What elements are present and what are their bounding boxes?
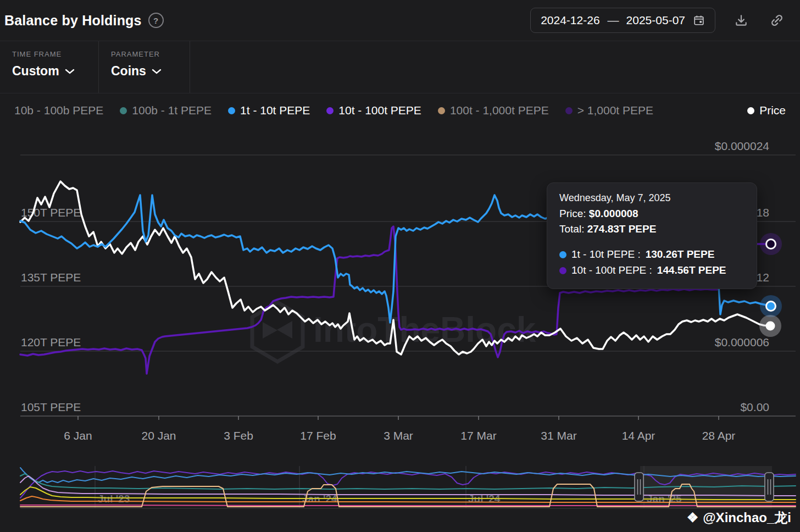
chevron-down-icon <box>65 68 75 75</box>
intotheblock-logo-inner <box>263 321 292 339</box>
help-icon[interactable]: ? <box>148 13 164 28</box>
diamond-logo-icon: ❖ <box>687 511 699 524</box>
legend-label: 100b - 1t PEPE <box>132 104 212 117</box>
y-axis-left-label: 135T PEPE <box>21 271 81 284</box>
parameter-dropdown[interactable]: Coins <box>111 64 190 79</box>
legend-item-100t-1-000t-pepe[interactable]: 100t - 1,000t PEPE <box>438 104 549 117</box>
y-axis-right-label: $0.000024 <box>715 140 770 152</box>
controls-row: TIME FRAME Custom PARAMETER Coins <box>0 41 800 93</box>
timeframe-label: TIME FRAME <box>12 50 98 58</box>
legend-label: 10t - 100t PEPE <box>338 104 421 117</box>
purple-series-dot-icon <box>559 267 566 274</box>
tooltip-total: Total: 274.83T PEPE <box>559 223 745 235</box>
legend-item-10t-100t-pepe[interactable]: 10t - 100t PEPE <box>326 104 421 117</box>
date-separator: — <box>608 14 619 27</box>
legend-label: > 1,000t PEPE <box>577 104 653 117</box>
page-title: Balance by Holdings <box>4 13 142 29</box>
legend-label: 100t - 1,000t PEPE <box>450 104 549 117</box>
download-icon <box>734 21 748 29</box>
y-axis-left-label: 105T PEPE <box>21 401 81 413</box>
tooltip-row-1t-10t: 1t - 10t PEPE : 130.26T PEPE <box>559 248 745 261</box>
y-axis-left-label: 120T PEPE <box>21 336 81 348</box>
mini-magenta <box>20 505 796 506</box>
legend-item-price[interactable]: Price <box>747 104 786 117</box>
chart-tooltip: Wednesday, May 7, 2025 Price: $0.000008 … <box>547 182 757 289</box>
parameter-value: Coins <box>111 64 146 79</box>
share-link-button[interactable] <box>767 10 787 30</box>
blue-series-dot-icon <box>559 251 566 258</box>
endpoint-1t-10t-marker <box>766 302 776 311</box>
link-icon <box>769 21 785 30</box>
legend-item-100b-1t-pepe[interactable]: 100b - 1t PEPE <box>120 104 212 117</box>
legend-label: Price <box>759 104 786 117</box>
timeframe-control: TIME FRAME Custom <box>0 41 99 93</box>
series-legend: 10b - 100b PEPE100b - 1t PEPE1t - 10t PE… <box>0 93 800 128</box>
legend-dot-icon <box>565 107 573 114</box>
credit-text: @Xinchao_龙i <box>703 509 791 527</box>
x-axis-label: 3 Feb <box>224 429 253 442</box>
date-range-button[interactable]: 2024-12-26 — 2025-05-07 <box>530 8 715 33</box>
legend-label: 1t - 10t PEPE <box>240 104 310 117</box>
x-axis-label: 17 Mar <box>460 429 496 442</box>
legend-dot-icon <box>120 107 127 114</box>
x-axis-label: 14 Apr <box>622 429 655 442</box>
x-axis-label: 17 Feb <box>300 429 336 442</box>
x-axis-label: 3 Mar <box>384 429 413 442</box>
brush-handle-body[interactable] <box>635 473 643 501</box>
minimap-brush-chart[interactable]: Jul '23Jan '24Jul '24Jan '25 <box>0 466 800 510</box>
parameter-control: PARAMETER Coins <box>99 41 190 93</box>
endpoint-price-marker <box>766 322 775 331</box>
chevron-down-icon <box>152 68 162 75</box>
x-axis-label: 28 Apr <box>702 429 736 442</box>
legend-item-1t-10t-pepe[interactable]: 1t - 10t PEPE <box>228 104 310 117</box>
header: Balance by Holdings ? 2024-12-26 — 2025-… <box>0 0 800 41</box>
legend-dot-icon <box>747 107 754 114</box>
x-axis-label: 20 Jan <box>141 429 176 442</box>
legend-dot-icon <box>326 107 334 114</box>
legend-dot-icon <box>228 107 235 114</box>
y-axis-right-label: $0.00 <box>740 401 769 413</box>
brush-handle-right[interactable] <box>765 473 774 501</box>
balance-by-holdings-app: Balance by Holdings ? 2024-12-26 — 2025-… <box>0 0 800 532</box>
credit-watermark: ❖ @Xinchao_龙i <box>687 509 791 527</box>
tooltip-date: Wednesday, May 7, 2025 <box>559 192 745 204</box>
minimap-date-label: Jul '23 <box>98 493 130 505</box>
date-start: 2024-12-26 <box>541 14 599 27</box>
x-axis-label: 6 Jan <box>64 429 92 442</box>
legend-dot-icon <box>438 107 445 114</box>
timeframe-dropdown[interactable]: Custom <box>12 64 98 79</box>
tooltip-row-10t-100t: 10t - 100t PEPE : 144.56T PEPE <box>559 264 745 276</box>
y-axis-right-label: $0.000006 <box>715 336 769 348</box>
download-button[interactable] <box>732 11 751 30</box>
legend-label: 10b - 100b PEPE <box>14 104 103 117</box>
timeframe-value: Custom <box>12 64 59 79</box>
legend-item-10b-100b-pepe[interactable]: 10b - 100b PEPE <box>14 104 103 117</box>
parameter-label: PARAMETER <box>111 50 190 58</box>
brush-handle-left[interactable] <box>635 473 643 501</box>
brush-handle-body[interactable] <box>765 473 774 501</box>
tooltip-price: Price: $0.000008 <box>559 208 745 220</box>
endpoint-10t-100t-marker <box>766 240 776 249</box>
date-end: 2025-05-07 <box>626 14 685 27</box>
legend-item--1-000t-pepe[interactable]: > 1,000t PEPE <box>565 104 653 117</box>
calendar-icon <box>693 14 705 26</box>
x-axis-label: 31 Mar <box>541 429 576 442</box>
